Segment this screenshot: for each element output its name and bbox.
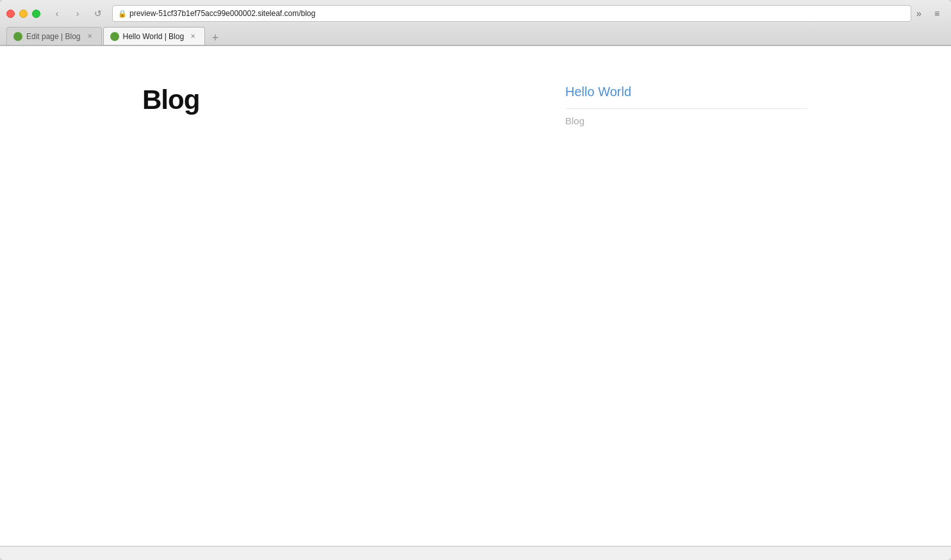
browser-titlebar: ‹ › ↺ 🔒 » ≡ Edit page | Blog ✕ Hello Wor…: [0, 0, 951, 45]
page-right: Hello World Blog: [565, 85, 809, 127]
tab-edit-label: Edit page | Blog: [26, 32, 81, 41]
page-inner: Blog Hello World Blog: [91, 46, 860, 165]
page-left: Blog: [142, 85, 527, 127]
tab-edit[interactable]: Edit page | Blog ✕: [6, 27, 102, 45]
nav-buttons: ‹ › ↺: [48, 6, 107, 21]
post-title[interactable]: Hello World: [565, 85, 809, 109]
address-bar[interactable]: [129, 9, 906, 18]
minimize-button[interactable]: [19, 10, 28, 18]
new-tab-button[interactable]: +: [206, 31, 224, 45]
tab-preview-close[interactable]: ✕: [188, 31, 198, 42]
browser-status-bar: [0, 546, 951, 560]
post-category: Blog: [565, 115, 584, 126]
page-heading: Blog: [142, 85, 527, 115]
browser-window: ‹ › ↺ 🔒 » ≡ Edit page | Blog ✕ Hello Wor…: [0, 0, 951, 560]
traffic-lights: [6, 10, 40, 18]
back-button[interactable]: ‹: [48, 6, 66, 21]
tab-favicon-preview: [110, 32, 119, 41]
address-bar-container[interactable]: 🔒: [112, 5, 911, 22]
lock-icon: 🔒: [118, 10, 127, 18]
tab-favicon-edit: [13, 32, 22, 41]
maximize-button[interactable]: [32, 10, 40, 18]
tab-preview[interactable]: Hello World | Blog ✕: [103, 27, 206, 45]
tabs-row: Edit page | Blog ✕ Hello World | Blog ✕ …: [0, 27, 951, 45]
extensions-button[interactable]: »: [911, 6, 927, 21]
close-button[interactable]: [6, 10, 15, 18]
forward-button[interactable]: ›: [69, 6, 87, 21]
toolbar-right: » ≡: [911, 6, 945, 21]
tab-edit-close[interactable]: ✕: [85, 31, 95, 42]
tab-preview-label: Hello World | Blog: [123, 32, 185, 41]
menu-button[interactable]: ≡: [929, 6, 945, 21]
page-content: Blog Hello World Blog: [0, 45, 951, 546]
reload-button[interactable]: ↺: [89, 6, 107, 21]
